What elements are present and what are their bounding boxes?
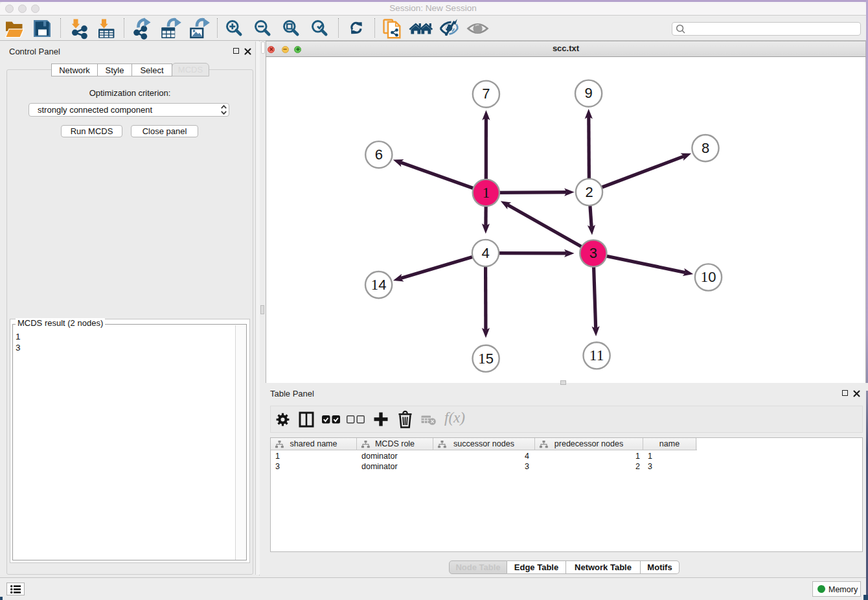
svg-text:2: 2 xyxy=(585,184,593,200)
svg-text:3: 3 xyxy=(589,245,597,261)
svg-text:15: 15 xyxy=(478,350,494,367)
svg-text:6: 6 xyxy=(375,146,383,163)
svg-text:1: 1 xyxy=(482,184,490,201)
svg-text:10: 10 xyxy=(701,268,716,285)
svg-text:11: 11 xyxy=(589,347,604,363)
svg-text:14: 14 xyxy=(371,276,387,293)
svg-text:9: 9 xyxy=(584,85,592,101)
svg-text:8: 8 xyxy=(702,140,709,156)
svg-text:7: 7 xyxy=(482,86,490,102)
svg-text:4: 4 xyxy=(481,245,489,261)
